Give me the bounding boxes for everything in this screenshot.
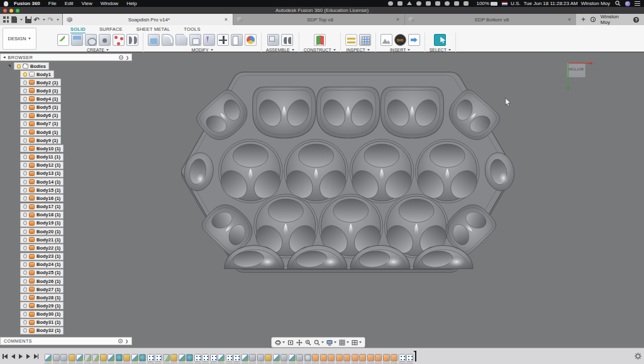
browser-panel-header[interactable]: ◂ BROWSER + ❯ [0, 53, 132, 61]
new-component-icon[interactable] [267, 34, 279, 46]
wifi-icon[interactable] [454, 1, 459, 6]
timeline-feature-sketch-icon[interactable] [242, 354, 248, 361]
tree-item-body[interactable]: Body32 (1) [20, 327, 64, 334]
visibility-bulb-icon[interactable] [23, 188, 27, 192]
timeline-feature-pattern-icon[interactable] [155, 354, 162, 361]
timeline-feature-pattern-icon[interactable] [406, 354, 413, 361]
apple-menu-icon[interactable] [4, 1, 8, 6]
time-machine-icon[interactable] [435, 1, 440, 6]
visibility-bulb-icon[interactable] [23, 171, 27, 175]
tree-item-bodies-folder[interactable]: Bodies [14, 62, 49, 70]
section-analysis-icon[interactable] [359, 34, 371, 46]
soapdish-model-canvas[interactable]: BOTTOM x [0, 53, 644, 348]
insert-mesh-icon[interactable] [408, 34, 420, 46]
timeline-feature-sketch-icon[interactable] [131, 354, 138, 361]
viewports-icon[interactable] [352, 339, 362, 346]
timeline-feature-sketch-icon[interactable] [218, 354, 225, 361]
move-icon[interactable] [217, 34, 229, 46]
timeline-feature-pattern-icon[interactable] [202, 354, 209, 361]
timeline-feature-extrude-icon[interactable] [296, 354, 303, 361]
tree-item-body[interactable]: Body7 (1) [20, 120, 61, 128]
redo-caret-icon[interactable] [57, 19, 59, 21]
create-sketch-icon[interactable] [57, 34, 69, 46]
timeline-feature-extrude-icon[interactable] [53, 354, 60, 361]
ribbon-group-label[interactable]: INSERT [390, 48, 411, 52]
visibility-bulb-icon[interactable] [23, 89, 27, 93]
tree-item-body[interactable]: Body1 [20, 70, 54, 78]
display-settings-icon[interactable] [326, 339, 336, 346]
tree-item-body[interactable]: Body26 (1) [20, 277, 64, 285]
undo-icon[interactable]: ↶ [34, 16, 40, 23]
extrude-icon[interactable] [71, 34, 83, 46]
visibility-bulb-icon[interactable] [23, 72, 27, 77]
document-tab-1[interactable]: Soapdish Pro v14*× [63, 14, 233, 25]
timeline-feature-pattern-icon[interactable] [194, 354, 201, 361]
timeline-feature-sketch-icon[interactable] [273, 354, 280, 361]
ribbon-group-label[interactable]: ASSEMBLE [266, 48, 294, 52]
timeline-feature-sketch-icon[interactable] [179, 354, 186, 361]
timeline-feature-fillet-icon[interactable] [69, 354, 75, 361]
fit-icon[interactable] [314, 339, 324, 346]
visibility-bulb-icon[interactable] [23, 163, 27, 167]
browser-options-icon[interactable]: + [119, 55, 123, 60]
comments-expand-icon[interactable]: ❯ [125, 339, 128, 343]
tree-item-body[interactable]: Body6 (1) [20, 112, 61, 119]
visibility-bulb-icon[interactable] [23, 196, 27, 201]
visibility-bulb-icon[interactable] [23, 262, 27, 267]
new-tab-button[interactable]: + [581, 16, 586, 23]
tree-item-body[interactable]: Body15 (1) [20, 186, 64, 194]
timeline-feature-combine-icon[interactable] [186, 354, 193, 361]
tree-item-body[interactable]: Body12 (1) [20, 162, 64, 169]
combine-icon[interactable] [231, 34, 243, 46]
menubar-clock[interactable]: Tue Jun 18 11:28:23 AM [523, 1, 577, 6]
visibility-bulb-icon[interactable] [23, 180, 27, 184]
timeline-feature-combine-icon[interactable] [116, 354, 123, 361]
timeline-feature-pattern-icon[interactable] [399, 354, 406, 361]
airplay-icon[interactable] [407, 1, 412, 5]
timeline-feature-sketch-icon[interactable] [45, 354, 52, 361]
timeline-feature-sketch-icon[interactable] [108, 354, 114, 361]
visibility-bulb-icon[interactable] [23, 246, 27, 250]
tree-item-body[interactable]: Body8 (1) [20, 128, 61, 136]
visibility-bulb-icon[interactable] [23, 279, 27, 284]
draft-icon[interactable] [203, 34, 215, 46]
browser-expand-icon[interactable]: ❯ [126, 55, 129, 60]
timeline-feature-move-icon[interactable] [336, 354, 343, 361]
insert-svg-icon[interactable] [394, 34, 406, 46]
close-tab-icon[interactable]: × [567, 16, 572, 23]
visibility-bulb-icon[interactable] [23, 97, 27, 101]
visibility-bulb-icon[interactable] [23, 229, 27, 234]
visibility-bulb-icon[interactable] [23, 121, 27, 126]
tree-item-body[interactable]: Body20 (1) [20, 228, 64, 235]
menu-item-edit[interactable]: Edit [65, 1, 74, 6]
visibility-bulb-icon[interactable] [23, 254, 27, 258]
recent-files-icon[interactable] [591, 17, 596, 22]
soapdish-body[interactable] [181, 72, 517, 273]
timeline-feature-extrude-icon[interactable] [60, 354, 67, 361]
timeline-feature-pattern-icon[interactable] [210, 354, 217, 361]
model-viewport[interactable]: BOTTOM x [0, 53, 644, 348]
keyboard-icon[interactable] [445, 1, 450, 6]
tree-item-body[interactable]: Body3 (1) [20, 87, 61, 94]
visibility-bulb-icon[interactable] [23, 312, 27, 316]
record-icon[interactable] [388, 1, 393, 6]
tree-item-body[interactable]: Body18 (1) [20, 211, 64, 219]
tree-item-body[interactable]: Body13 (1) [20, 170, 64, 177]
timeline-feature-shell-icon[interactable] [304, 354, 311, 361]
tree-item-body[interactable]: Body22 (1) [20, 244, 64, 251]
dropbox-icon[interactable] [416, 1, 421, 6]
timeline-feature-draft-icon[interactable] [163, 354, 170, 361]
workspace-selector[interactable]: DESIGN [3, 28, 36, 50]
grid-display-icon[interactable] [339, 339, 349, 346]
tree-item-body[interactable]: Body16 (1) [20, 194, 64, 202]
input-locale-flag-icon[interactable] [502, 2, 508, 6]
timeline-feature-sketch-icon[interactable] [289, 354, 296, 361]
close-tab-icon[interactable]: × [223, 16, 229, 23]
help-icon[interactable]: ? [633, 17, 639, 23]
look-at-icon[interactable] [287, 339, 294, 346]
tree-item-body[interactable]: Body5 (1) [20, 104, 61, 111]
tree-item-body[interactable]: Body2 (1) [20, 79, 61, 86]
visibility-bulb-icon[interactable] [17, 64, 21, 69]
comments-options-icon[interactable]: + [118, 339, 123, 343]
creative-cloud-icon[interactable] [426, 1, 431, 6]
